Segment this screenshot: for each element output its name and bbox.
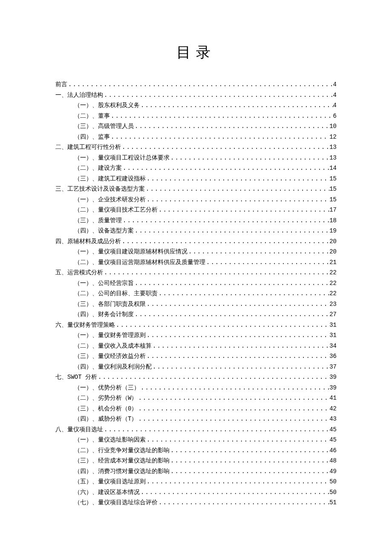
- toc-page-number: 34: [329, 341, 337, 352]
- toc-leader-dots: [110, 111, 333, 122]
- toc-leader-dots: [137, 393, 329, 404]
- toc-page-number: 17: [329, 205, 337, 215]
- toc-leader-dots: [137, 404, 329, 414]
- toc-label: （一）、量仪财务管理原则: [74, 330, 146, 341]
- toc-leader-dots: [152, 341, 329, 352]
- toc-leader-dots: [137, 414, 329, 424]
- toc-leader-dots: [121, 236, 329, 247]
- toc-page-number: 27: [329, 309, 337, 320]
- toc-leader-dots: [187, 247, 329, 257]
- toc-page-number: 13: [329, 153, 337, 163]
- toc-label: （五）、量仪项目选址原则: [74, 477, 146, 487]
- toc-entry: （三）、各部门职责及权限23: [55, 299, 337, 310]
- toc-entry: （二）、建设方案14: [55, 163, 337, 174]
- toc-label: （四）、监事: [74, 132, 110, 142]
- toc-leader-dots: [134, 121, 329, 132]
- toc-entry: （二）、量仪项目技术工艺分析17: [55, 205, 337, 215]
- toc-entry: （二）、量仪收入及成本核算34: [55, 341, 337, 352]
- toc-label: 二、建筑工程可行性分析: [55, 142, 121, 153]
- toc-leader-dots: [134, 278, 329, 289]
- toc-page-number: 36: [329, 351, 337, 362]
- toc-label: （三）、建筑工程建设指标: [74, 174, 146, 184]
- toc-leader-dots: [140, 383, 329, 393]
- toc-entry: （一）、量仪选址影响因素45: [55, 435, 337, 445]
- toc-entry: （三）、经营成本对量仪选址的影响48: [55, 456, 337, 466]
- toc-entry: （四）、财务会计制度27: [55, 309, 337, 320]
- toc-page-number: 12: [329, 132, 337, 142]
- toc-label: （三）、高级管理人员: [74, 121, 134, 132]
- toc-page-number: 48: [329, 456, 337, 466]
- toc-leader-dots: [146, 351, 329, 362]
- toc-page-number: 20: [329, 247, 337, 257]
- toc-label: （二）、量仪项目技术工艺分析: [74, 205, 158, 215]
- toc-leader-dots: [145, 184, 329, 195]
- toc-label: （一）、量仪选址影响因素: [74, 435, 146, 445]
- toc-page-number: 37: [329, 362, 337, 372]
- toc-leader-dots: [121, 142, 329, 153]
- toc-entry: （一）、企业技术研发分析15: [55, 195, 337, 205]
- toc-page-number: 19: [329, 226, 337, 236]
- toc-page-number: 51: [329, 497, 337, 508]
- toc-entry: （七）、量仪项目选址综合评价51: [55, 497, 337, 508]
- toc-leader-dots: [103, 90, 333, 101]
- toc-entry: （三）、质量管理18: [55, 215, 337, 226]
- toc-label: 五、运营模式分析: [55, 267, 103, 278]
- toc-page-number: 50: [329, 487, 337, 498]
- toc-label: （一）、优势分析（三）: [74, 383, 140, 393]
- toc-label: （一）、量仪项目建设期原辅材料供应情况: [74, 247, 187, 257]
- toc-leader-dots: [146, 435, 329, 445]
- toc-entry: （三）、机会分析（0）42: [55, 404, 337, 414]
- toc-page-number: 45: [329, 435, 337, 445]
- toc-entry: （三）、高级管理人员10: [55, 121, 337, 132]
- toc-page-number: 4: [333, 90, 337, 101]
- toc-entry: （一）、量仪项目工程设计总体要求13: [55, 153, 337, 163]
- toc-label: 四、原辅材料及成品分析: [55, 236, 121, 247]
- toc-page-number: 45: [329, 424, 337, 435]
- toc-label: （二）、行业竞争对量仪选址的影响: [74, 445, 170, 456]
- toc-page-number: 18: [329, 215, 337, 226]
- toc-label: （三）、机会分析（0）: [74, 404, 137, 414]
- toc-label: （二）、董事: [74, 111, 110, 122]
- toc-leader-dots: [140, 100, 333, 111]
- toc-entry: 三、工艺技术设计及设备选型方案15: [55, 184, 337, 195]
- toc-leader-dots: [146, 195, 329, 205]
- toc-entry: （一）、量仪项目建设期原辅材料供应情况20: [55, 247, 337, 257]
- toc-entry: （四）、监事12: [55, 132, 337, 142]
- toc-page-number: 10: [329, 121, 337, 132]
- toc-label: （四）、设备选型方案: [74, 226, 134, 236]
- toc-label: （六）、建设区基本情况: [74, 487, 140, 498]
- toc-page-number: 41: [329, 393, 337, 404]
- toc-label: （二）、公司的目标、主要职责: [74, 288, 158, 299]
- page-title: 目录: [55, 43, 337, 62]
- toc-leader-dots: [122, 163, 329, 174]
- toc-page-number: 42: [329, 404, 337, 414]
- toc-entry: （五）、量仪项目选址原则50: [55, 477, 337, 487]
- toc-label: 三、工艺技术设计及设备选型方案: [55, 184, 145, 195]
- toc-label: （三）、经营成本对量仪选址的影响: [74, 456, 170, 466]
- toc-leader-dots: [110, 132, 329, 142]
- toc-page-number: 6: [333, 111, 337, 122]
- toc-entry: （六）、建设区基本情况50: [55, 487, 337, 498]
- toc-label: （二）、量仪收入及成本核算: [74, 341, 152, 352]
- toc-page-number: 22: [329, 267, 337, 278]
- toc-leader-dots: [205, 257, 329, 268]
- toc-entry: （一）、量仪财务管理原则31: [55, 330, 337, 341]
- toc-entry: （二）、董事6: [55, 111, 337, 122]
- toc-entry: 八、量仪项目选址45: [55, 424, 337, 435]
- toc-entry: 前言4: [55, 79, 337, 90]
- toc-entry: 一、法人治理结构4: [55, 90, 337, 101]
- toc-page-number: 4: [333, 79, 337, 90]
- toc-entry: （三）、建筑工程建设指标15: [55, 174, 337, 184]
- toc-entry: （四）、量仪利润及利润分配37: [55, 362, 337, 372]
- toc-entry: （一）、公司经营宗旨22: [55, 278, 337, 289]
- toc-page-number: 31: [329, 320, 337, 331]
- toc-page-number: 21: [329, 257, 337, 268]
- toc-entry: （一）、股东权利及义务4: [55, 100, 337, 111]
- toc-page-number: 14: [329, 163, 337, 174]
- toc-label: 七、SWOT 分析: [55, 372, 97, 383]
- toc-leader-dots: [152, 362, 329, 372]
- toc-label: 八、量仪项目选址: [55, 424, 103, 435]
- toc-label: （四）、威胁分析（T）: [74, 414, 137, 424]
- toc-label: 六、量仪财务管理策略: [55, 320, 115, 331]
- toc-label: 一、法人治理结构: [55, 90, 103, 101]
